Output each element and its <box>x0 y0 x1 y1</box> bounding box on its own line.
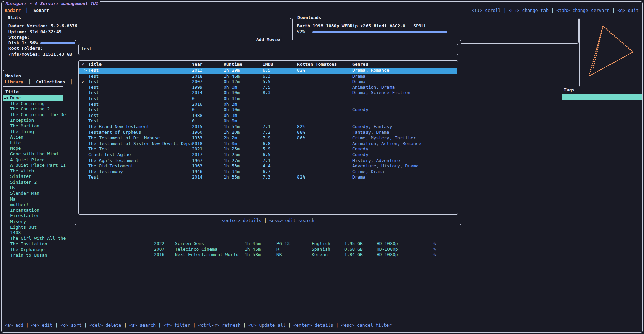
certification-cell: R <box>276 247 279 252</box>
add-movie-result-row[interactable]: The Testament of Sister New Devil: Depar… <box>79 141 457 147</box>
year-cell: 2016 <box>154 252 164 258</box>
result-runtime-cell: 0h 12m <box>224 79 240 85</box>
movie-title: Us <box>10 185 16 190</box>
movie-list-item[interactable]: The Invitation <box>3 241 63 247</box>
movie-list-item[interactable]: Alien <box>3 134 63 140</box>
movie-list-item[interactable]: The Conjuring: The De <box>3 112 63 118</box>
keybinding-hint: <←→> change tab <box>504 8 549 13</box>
result-title-cell: Test <box>88 68 99 74</box>
add-movie-result-row[interactable]: Testament of Orpheus 1960 1h 20m 7.2 88%… <box>79 130 457 135</box>
library-table-row[interactable]: 2022 Screen Gems 1h 45m PG-13 English 1.… <box>154 241 526 247</box>
result-rotten-tomatoes-cell: 82% <box>297 68 305 74</box>
movie-list-item[interactable]: Nope <box>3 146 63 151</box>
title-column-header: Title <box>5 89 19 95</box>
movie-list-item[interactable]: Sinister 2 <box>3 180 63 185</box>
result-year-cell: 1988 <box>192 113 202 119</box>
add-movie-result-row[interactable]: Test 2018 1h 46m 6.3 Drama <box>79 74 457 79</box>
movie-list-item[interactable]: The Martian <box>3 123 63 129</box>
movie-list-item[interactable]: Inception <box>3 118 63 123</box>
result-genres-cell: Drama <box>352 79 365 85</box>
result-runtime-cell: 0h 11m <box>224 96 240 102</box>
movie-list-item[interactable]: The Orphanage <box>3 247 63 253</box>
library-table-row[interactable]: 2016 Next Entertainment World 1h 58m NR … <box>154 252 526 258</box>
add-movie-result-row[interactable]: The Brand New Testament 2015 1h 54m 7.1 … <box>79 124 457 130</box>
movie-list-item[interactable]: Ma <box>3 196 63 202</box>
keybinding-hint: <a> add <box>5 322 23 328</box>
result-imdb-cell: 7.2 <box>263 130 270 135</box>
movie-list-item[interactable]: A Quiet Place <box>3 157 63 163</box>
add-movie-result-row[interactable]: Test 2014 0h 10m 8.3 Drama, Science Fict… <box>79 90 457 96</box>
result-title-cell: The Test <box>88 146 110 152</box>
result-imdb-cell: 5.9 <box>263 146 270 152</box>
add-movie-result-row[interactable]: Crash Test Aglae 2017 1h 25m 6.5 Comedy <box>79 152 457 158</box>
movie-list-item[interactable]: Us <box>3 185 63 191</box>
movie-title: Alien <box>10 134 23 140</box>
movie-title: 1408 <box>10 230 21 235</box>
result-year-cell: 2018 <box>192 74 202 79</box>
movie-title: Misery <box>10 219 26 224</box>
movie-list-item[interactable]: The Girl with All the <box>3 236 63 242</box>
tab-library[interactable]: Library <box>5 79 23 84</box>
add-movie-result-row[interactable]: Test 2014 1h 35m 7.3 82% Drama <box>79 174 457 180</box>
selection-arrow: => <box>4 95 9 101</box>
add-movie-result-row[interactable]: The Testimony 1946 1h 34m 6.7 Crime, Dra… <box>79 169 457 175</box>
movie-list-item[interactable]: mother! <box>3 202 63 208</box>
tab-sonarr[interactable]: Sonarr <box>33 8 49 13</box>
add-movie-result-row[interactable]: test 0 0h 30m Comedy <box>79 107 457 113</box>
downloads-panel-title: Downloads <box>296 15 323 20</box>
result-rotten-tomatoes-cell: 82% <box>297 124 305 130</box>
result-title-cell: Test <box>88 174 99 180</box>
add-movie-result-row[interactable]: Test 1999 0h 0m 7.5 Animation, Drama <box>79 85 457 90</box>
add-movie-result-row[interactable]: The Aga's Testament 1967 1h 27m 7.1 Hist… <box>79 158 457 164</box>
add-movie-result-row[interactable]: ✔ Test 2007 0h 12m 5.5 Drama <box>79 79 457 85</box>
movie-list-item[interactable]: Firestarter <box>3 213 63 219</box>
movie-list-item[interactable]: Misery <box>3 219 63 225</box>
result-imdb-cell: 7.1 <box>263 124 270 130</box>
add-movie-result-row[interactable]: Test 0 0h 0m <box>79 118 457 124</box>
movie-list-item[interactable]: Train to Busan <box>3 253 63 258</box>
movie-list-item[interactable]: Slender Man <box>3 191 63 196</box>
movie-title: Ma <box>10 196 16 202</box>
add-movie-search-input[interactable]: test <box>78 44 458 55</box>
movie-list-item[interactable]: The Conjuring 2 <box>3 106 63 112</box>
result-imdb-cell: 6.5 <box>263 68 270 74</box>
add-movie-result-row[interactable]: Test 2016 0h 3m <box>79 102 457 107</box>
movie-list-item[interactable]: Sinister <box>3 174 63 180</box>
result-title-cell: Test <box>88 79 99 85</box>
add-movie-result-row[interactable]: => Test 2013 1h 29m 6.5 82% Drama, Roman… <box>79 68 457 74</box>
result-genres-cell: Drama <box>352 74 365 79</box>
pencil-icon: ✎ <box>433 252 436 258</box>
download-progress-fill <box>312 31 447 33</box>
result-title-cell: Testament of Orpheus <box>88 130 141 135</box>
check-cell: ✔ <box>82 79 84 85</box>
download-item[interactable]: Earth 1998 1080p WEBRip x265 Hindi AAC2.… <box>297 23 574 35</box>
movie-list-item[interactable]: Gone with the Wind <box>3 151 63 157</box>
imdb-column-header: IMDB <box>263 62 273 67</box>
movie-list-item[interactable]: 1408 <box>3 230 63 236</box>
movie-list-item[interactable]: => Dune <box>3 95 63 101</box>
movie-title: The Girl with All the <box>10 236 66 241</box>
result-year-cell: 2015 <box>192 124 202 130</box>
add-movie-result-row[interactable]: The Test 2021 1h 25m 5.9 Comedy <box>79 146 457 152</box>
selected-row-tags-cell[interactable] <box>562 94 642 100</box>
movie-list-item[interactable]: The Conjuring <box>3 101 63 107</box>
result-genres-cell: Comedy <box>352 146 368 152</box>
movie-list-item[interactable]: Lights Out <box>3 225 63 230</box>
app-window: Managarr - A Servarr management TUI Rada… <box>0 0 644 334</box>
movie-list-item[interactable]: Incantation <box>3 208 63 213</box>
language-cell: Spanish <box>312 247 330 252</box>
result-year-cell: 1933 <box>192 135 202 141</box>
movie-list-item[interactable]: A Quiet Place Part II <box>3 163 63 168</box>
movie-title: The Invitation <box>10 241 47 246</box>
library-table-row[interactable]: 2007 Telecinco Cinema 1h 45m R Spanish 0… <box>154 247 526 252</box>
tab-collections[interactable]: Collections <box>36 79 65 84</box>
movie-list-item[interactable]: Life <box>3 140 63 146</box>
add-movie-result-row[interactable]: Test 1988 0h 3m <box>79 113 457 119</box>
add-movie-result-row[interactable]: The Testament of Dr. Mabuse 1933 2h 2m 7… <box>79 135 457 141</box>
result-title-cell: Test <box>88 90 99 96</box>
add-movie-result-row[interactable]: The Old Testament 1963 1h 53m 4.4 Advent… <box>79 163 457 169</box>
add-movie-result-row[interactable]: Test 0 0h 11m <box>79 96 457 102</box>
movie-list-item[interactable]: The Thing <box>3 129 63 135</box>
tab-radarr[interactable]: Radarr <box>5 8 21 13</box>
movie-list-item[interactable]: The Witch <box>3 168 63 174</box>
